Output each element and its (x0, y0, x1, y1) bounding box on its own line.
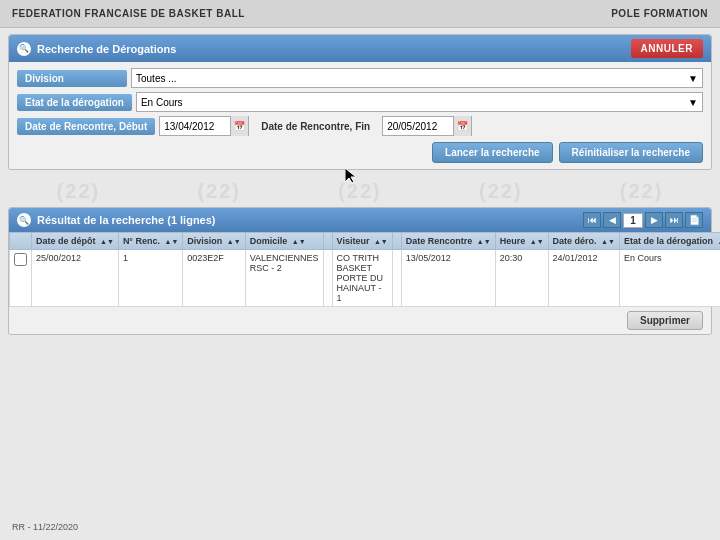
etat-select-value[interactable]: En Cours ▼ (136, 92, 703, 112)
col-domicile: Domicile ▲▼ (245, 233, 323, 250)
row-visiteur: CO TRITH BASKET PORTE DU HAINAUT - 1 (332, 250, 392, 307)
row-division: 0023E2F (183, 250, 245, 307)
row-domicile: VALENCIENNES RSC - 2 (245, 250, 323, 307)
row-n-renc: 1 (118, 250, 182, 307)
search-panel-body: Division Toutes ... ▼ Etat de la dérogat… (9, 62, 711, 169)
search-panel-header: 🔍 Recherche de Dérogations ANNULER (9, 35, 711, 62)
row-etat: En Cours (619, 250, 720, 307)
division-row: Division Toutes ... ▼ (17, 68, 703, 88)
date-fin-input-wrap[interactable]: 📅 (382, 116, 472, 136)
results-panel: 🔍 Résultat de la recherche (1 lignes) ⏮ … (8, 207, 712, 335)
col-checkbox (10, 233, 32, 250)
col-visiteur-extra (392, 233, 401, 250)
results-panel-title: Résultat de la recherche (1 lignes) (37, 214, 216, 226)
col-etat: Etat de la dérogation ▲▼ (619, 233, 720, 250)
row-heure: 20:30 (495, 250, 548, 307)
date-debut-label: Date de Rencontre, Début (17, 118, 155, 135)
annuler-button[interactable]: ANNULER (631, 39, 703, 58)
header-bar: FEDERATION FRANCAISE DE BASKET BALL POLE… (0, 0, 720, 28)
nav-export-button[interactable]: 📄 (685, 212, 703, 228)
col-date-depot: Date de dépôt ▲▼ (32, 233, 119, 250)
main-content: 🔍 Recherche de Dérogations ANNULER Divis… (0, 28, 720, 341)
nav-page-number: 1 (623, 213, 643, 228)
col-heure: Heure ▲▼ (495, 233, 548, 250)
search-panel-icon: 🔍 (17, 42, 31, 56)
page-footer: RR - 11/22/2020 (12, 522, 78, 532)
results-nav: ⏮ ◀ 1 ▶ ⏭ 📄 (583, 212, 703, 228)
results-panel-icon: 🔍 (17, 213, 31, 227)
results-table: Date de dépôt ▲▼ N° Renc. ▲▼ Division ▲▼… (9, 232, 720, 307)
results-title-left: 🔍 Résultat de la recherche (1 lignes) (17, 213, 216, 227)
col-date-dero: Date déro. ▲▼ (548, 233, 619, 250)
watermark-area: (22) (22) (22) (22) (22) (8, 176, 712, 207)
row-visiteur-extra (392, 250, 401, 307)
etat-select-wrap[interactable]: En Cours ▼ (136, 92, 703, 112)
date-row: Date de Rencontre, Début 📅 Date de Renco… (17, 116, 703, 136)
row-domicile-extra (323, 250, 332, 307)
date-fin-label: Date de Rencontre, Fin (253, 118, 378, 135)
table-header-row: Date de dépôt ▲▼ N° Renc. ▲▼ Division ▲▼… (10, 233, 721, 250)
row-date-rencontre: 13/05/2012 (401, 250, 495, 307)
col-n-renc: N° Renc. ▲▼ (118, 233, 182, 250)
date-debut-input-wrap[interactable]: 📅 (159, 116, 249, 136)
division-select-value[interactable]: Toutes ... ▼ (131, 68, 703, 88)
nav-first-button[interactable]: ⏮ (583, 212, 601, 228)
division-select-wrap[interactable]: Toutes ... ▼ (131, 68, 703, 88)
search-panel: 🔍 Recherche de Dérogations ANNULER Divis… (8, 34, 712, 170)
nav-prev-button[interactable]: ◀ (603, 212, 621, 228)
etat-row: Etat de la dérogation En Cours ▼ (17, 92, 703, 112)
division-label: Division (17, 70, 127, 87)
date-fin-calendar-button[interactable]: 📅 (453, 116, 471, 136)
nav-last-button[interactable]: ⏭ (665, 212, 683, 228)
results-footer: Supprimer (9, 307, 711, 334)
division-select-arrow: ▼ (688, 73, 698, 84)
header-left-text: FEDERATION FRANCAISE DE BASKET BALL (12, 8, 245, 19)
row-date-depot: 25/00/2012 (32, 250, 119, 307)
etat-label: Etat de la dérogation (17, 94, 132, 111)
date-debut-input[interactable] (160, 119, 230, 134)
header-right-text: POLE FORMATION (611, 8, 708, 19)
col-visiteur: Visiteur ▲▼ (332, 233, 392, 250)
col-domicile-extra (323, 233, 332, 250)
table-row[interactable]: 25/00/2012 1 0023E2F VALENCIENNES RSC - … (10, 250, 721, 307)
col-date-rencontre: Date Rencontre ▲▼ (401, 233, 495, 250)
col-division: Division ▲▼ (183, 233, 245, 250)
date-debut-calendar-button[interactable]: 📅 (230, 116, 248, 136)
row-checkbox[interactable] (10, 250, 32, 307)
action-row: Lancer la recherche Réinitialiser la rec… (17, 142, 703, 163)
footer-text: RR - 11/22/2020 (12, 522, 78, 532)
supprimer-button[interactable]: Supprimer (627, 311, 703, 330)
results-panel-header: 🔍 Résultat de la recherche (1 lignes) ⏮ … (9, 208, 711, 232)
reinitialiser-button[interactable]: Réinitialiser la recherche (559, 142, 703, 163)
row-date-dero: 24/01/2012 (548, 250, 619, 307)
etat-select-arrow: ▼ (688, 97, 698, 108)
date-fin-input[interactable] (383, 119, 453, 134)
nav-next-button[interactable]: ▶ (645, 212, 663, 228)
search-panel-title: Recherche de Dérogations (37, 43, 176, 55)
lancer-button[interactable]: Lancer la recherche (432, 142, 553, 163)
